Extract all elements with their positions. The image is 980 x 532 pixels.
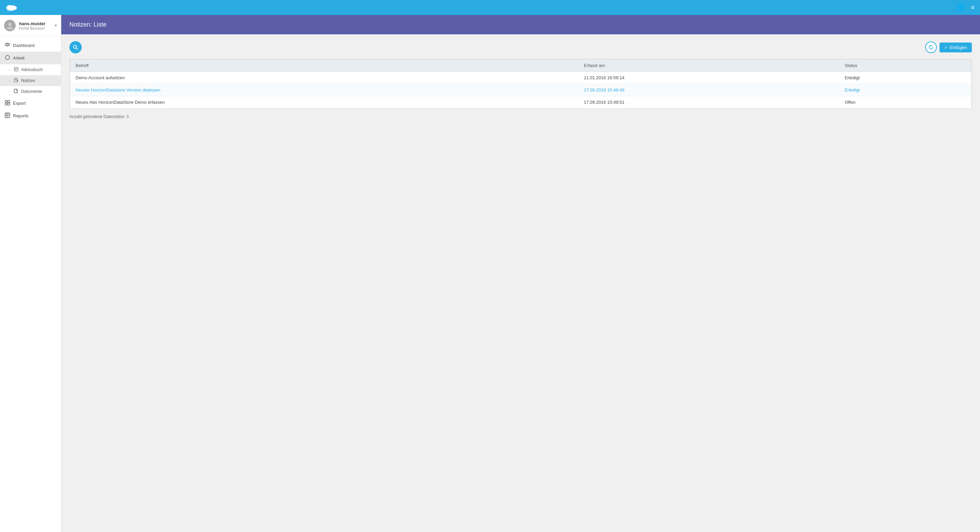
col-erfasst: Erfasst am	[579, 60, 840, 72]
dashboard-icon	[5, 42, 10, 49]
sidebar-item-label-dokumente: Dokumente	[21, 89, 42, 94]
topbar-right: 🌐 ≡	[957, 4, 975, 11]
cell-status: Erledigt	[839, 84, 971, 96]
user-role: Portal Benutzer	[19, 26, 51, 30]
sidebar-item-label-notizen: Notizen	[21, 78, 35, 83]
einfugen-label: Einfügen	[950, 45, 967, 50]
sidebar-item-label-arbeit: Arbeit	[13, 56, 24, 60]
svg-text:horizon: horizon	[7, 10, 13, 11]
svg-line-30	[76, 48, 78, 49]
svg-point-2	[11, 6, 16, 10]
svg-point-5	[8, 23, 11, 26]
sidebar-item-label-export: Export	[13, 101, 26, 106]
user-name: hans.muster	[19, 21, 51, 26]
toolbar-right: ✓ Einfügen	[925, 41, 972, 53]
export-icon	[5, 100, 10, 106]
refresh-button[interactable]	[925, 41, 937, 53]
sidebar-item-reports[interactable]: Reports	[0, 110, 61, 122]
table-wrapper: Betreff Erfasst am Status Demo Account a…	[69, 59, 972, 109]
record-count: Anzahl gefundene Datensätze: 3	[69, 113, 972, 121]
toolbar: ✓ Einfügen	[69, 41, 972, 53]
sidebar-item-export[interactable]: Export	[0, 97, 61, 110]
arbeit-icon	[5, 55, 10, 61]
svg-point-8	[6, 44, 8, 45]
page-title: Notizen: Liste	[69, 21, 107, 28]
svg-rect-23	[8, 103, 10, 105]
sidebar-item-label-dashboard: Dashboard	[13, 43, 35, 48]
sub-dots-dok-icon: ···	[8, 89, 11, 94]
sub-dots-notizen-icon: ···	[8, 79, 11, 83]
svg-rect-18	[14, 89, 17, 93]
svg-rect-24	[5, 113, 10, 118]
page-body: ✓ Einfügen Betreff Erfasst am Status	[61, 34, 980, 127]
table-row[interactable]: Neuste HorizonDatastore Version deployen…	[70, 84, 972, 96]
dokumente-icon	[14, 89, 18, 94]
table-header-row: Betreff Erfasst am Status	[70, 60, 972, 72]
page-header: Notizen: Liste	[61, 15, 980, 34]
logo-icon: horizon technologies gmbh	[5, 3, 18, 12]
topbar: horizon technologies gmbh 🌐 ≡	[0, 0, 980, 15]
sidebar-item-label-reports: Reports	[13, 113, 29, 118]
cell-status: Erledigt	[839, 72, 971, 84]
content-area: Notizen: Liste	[61, 15, 980, 532]
cell-status: Offen	[839, 96, 971, 108]
cell-betreff: Demo Account aufsetzen	[70, 72, 579, 84]
einfugen-button[interactable]: ✓ Einfügen	[940, 43, 972, 52]
reports-icon	[5, 113, 10, 119]
cell-erfasst: 17.09.2016 15:46:49	[579, 84, 840, 96]
table-row[interactable]: Neues Abo HorizonDataStore Demo erfassen…	[70, 96, 972, 108]
main-layout: hans.muster Portal Benutzer ▾ Dashboard	[0, 15, 980, 532]
menu-icon[interactable]: ≡	[971, 4, 975, 11]
toolbar-left	[69, 41, 82, 53]
sidebar-item-notizen[interactable]: ··· Notizen	[0, 75, 61, 86]
cell-betreff: Neues Abo HorizonDataStore Demo erfassen	[70, 96, 579, 108]
sidebar-item-dashboard[interactable]: Dashboard	[0, 39, 61, 52]
svg-rect-21	[8, 100, 10, 102]
user-section[interactable]: hans.muster Portal Benutzer ▾	[0, 15, 61, 37]
svg-rect-22	[5, 103, 7, 105]
sidebar-item-label-adressbuch: Adressbuch	[21, 67, 43, 72]
nav-section: Dashboard Arbeit ···	[0, 37, 61, 125]
sidebar-item-dokumente[interactable]: ··· Dokumente	[0, 86, 61, 97]
user-info: hans.muster Portal Benutzer	[19, 21, 51, 30]
sidebar: hans.muster Portal Benutzer ▾ Dashboard	[0, 15, 61, 532]
notizen-table: Betreff Erfasst am Status Demo Account a…	[70, 59, 972, 108]
svg-point-7	[5, 43, 10, 46]
einfugen-chevron-icon: ✓	[944, 45, 948, 50]
logo: horizon technologies gmbh	[5, 3, 18, 12]
cell-betreff: Neuste HorizonDatastore Version deployen	[70, 84, 579, 96]
adressbuch-icon	[14, 67, 18, 73]
notizen-icon	[14, 78, 18, 83]
table-row[interactable]: Demo Account aufsetzen11.01.2016 16:59:1…	[70, 72, 972, 84]
cell-erfasst: 11.01.2016 16:59:14	[579, 72, 840, 84]
sidebar-item-adressbuch[interactable]: ··· Adressbuch	[0, 64, 61, 75]
svg-point-10	[5, 56, 10, 60]
col-betreff: Betreff	[70, 60, 579, 72]
globe-icon[interactable]: 🌐	[957, 4, 965, 11]
avatar	[4, 20, 16, 31]
svg-rect-20	[5, 100, 7, 102]
sidebar-item-arbeit[interactable]: Arbeit	[0, 52, 61, 64]
sub-dots-icon: ···	[8, 68, 11, 72]
cell-erfasst: 17.09.2016 15:49:51	[579, 96, 840, 108]
user-chevron-icon: ▾	[55, 23, 57, 28]
col-status: Status	[839, 60, 971, 72]
search-button[interactable]	[69, 41, 82, 53]
svg-point-6	[7, 27, 13, 29]
